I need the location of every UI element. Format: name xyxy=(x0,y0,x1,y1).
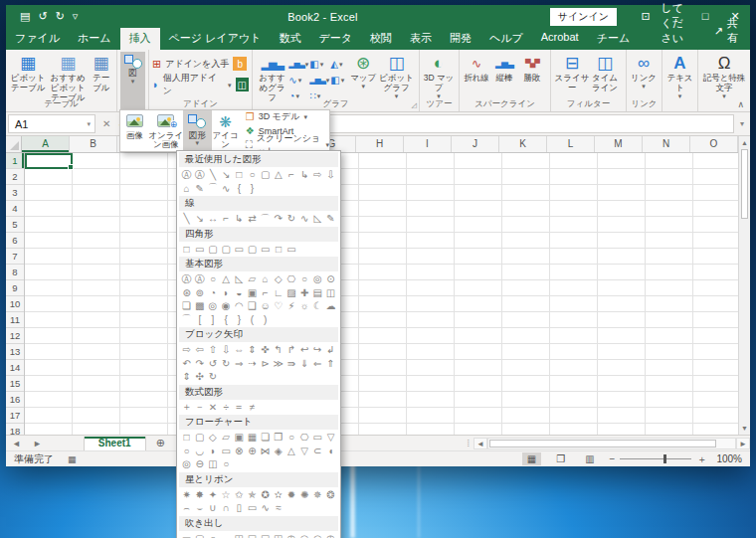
ribbon-tab-データ[interactable]: データ xyxy=(309,28,361,50)
shape-item[interactable]: ◺ xyxy=(233,272,246,286)
3d-models-button[interactable]: ❒ 3D モデル ▾ xyxy=(246,111,329,123)
charts-dialog-launcher-icon[interactable]: ◿ xyxy=(412,101,417,109)
ribbon-tab-チーム[interactable]: チーム xyxy=(588,28,640,50)
shape-item[interactable]: ✫ xyxy=(272,488,284,502)
combo-chart-button[interactable]: ◧▾ xyxy=(330,72,349,88)
row-header-16[interactable]: 16 xyxy=(6,392,24,408)
page-break-view-icon[interactable]: ▥ xyxy=(580,452,599,465)
shape-item[interactable]: ∿ xyxy=(298,212,311,226)
shape-item[interactable]: ▭ xyxy=(246,501,259,515)
shape-item[interactable]: ] xyxy=(206,313,219,327)
shape-item[interactable]: ○ xyxy=(246,168,259,182)
shape-item[interactable]: ≈ xyxy=(272,501,284,515)
row-header-12[interactable]: 12 xyxy=(6,328,24,344)
shape-item[interactable]: ☁ xyxy=(324,299,337,313)
shape-item[interactable]: ↶ xyxy=(180,357,193,371)
column-chart-button[interactable]: ▂▅▃▾ xyxy=(288,56,307,72)
row-header-17[interactable]: 17 xyxy=(6,408,24,424)
vertical-scrollbar[interactable]: ▲ ▼ xyxy=(738,136,750,435)
sheet-tab-sheet1[interactable]: Sheet1 xyxy=(84,437,146,450)
ribbon-tab-Acrobat[interactable]: Acrobat xyxy=(532,28,588,50)
shape-item[interactable]: ↱ xyxy=(284,343,297,357)
sparkline-line-button[interactable]: ∿ 折れ線 xyxy=(463,52,490,97)
shape-item[interactable]: ↻ xyxy=(284,212,297,226)
shape-item[interactable]: ◉ xyxy=(220,299,233,313)
shape-item[interactable]: － xyxy=(193,401,206,415)
shape-item[interactable]: ◫ xyxy=(206,457,219,471)
shape-item[interactable]: ↷ xyxy=(272,212,284,226)
shape-item[interactable]: ▤ xyxy=(311,286,324,300)
row-header-1[interactable]: 1 xyxy=(6,153,24,169)
shape-item[interactable]: ▨ xyxy=(284,286,297,300)
shape-item[interactable]: ↺ xyxy=(206,357,219,371)
new-sheet-icon[interactable]: ⊕ xyxy=(146,437,175,449)
line-chart-button[interactable]: ∿▾ xyxy=(288,72,307,88)
page-layout-view-icon[interactable]: ❐ xyxy=(551,452,570,465)
shape-item[interactable]: ▢ xyxy=(193,431,206,445)
ribbon-tab-開発[interactable]: 開発 xyxy=(441,28,480,50)
shape-item[interactable]: ⊖ xyxy=(193,457,206,471)
shape-item[interactable]: ❏ xyxy=(180,299,193,313)
active-cell-a1[interactable] xyxy=(25,153,73,169)
shape-item[interactable]: ( xyxy=(246,313,259,327)
shape-item[interactable]: ⊙ xyxy=(324,272,337,286)
get-addins-button[interactable]: ⊞ アドインを入手 b xyxy=(152,55,247,73)
shape-item[interactable]: □ xyxy=(180,431,193,445)
expand-formula-bar-icon[interactable]: ▾ xyxy=(734,112,750,135)
shape-item[interactable]: ◰ xyxy=(233,532,246,538)
save-icon[interactable]: ▤ xyxy=(20,10,30,23)
column-header-M[interactable]: M xyxy=(595,136,643,152)
shape-item[interactable]: ⇨ xyxy=(180,343,193,357)
sheet-nav-right-icon[interactable]: ► xyxy=(27,439,48,448)
shape-item[interactable]: ⌂ xyxy=(259,272,272,286)
scroll-down-icon[interactable]: ▼ xyxy=(739,422,750,435)
column-header-H[interactable]: H xyxy=(356,136,404,152)
recommended-pivottables-button[interactable]: ▦ おすすめピボットテーブル xyxy=(47,52,89,97)
shape-item[interactable]: ✚ xyxy=(298,286,311,300)
shape-item[interactable]: ▦ xyxy=(246,431,259,445)
collapse-ribbon-icon[interactable]: ∧ xyxy=(737,99,744,109)
slicer-button[interactable]: ⊟ スライサー xyxy=(554,52,590,97)
shape-item[interactable]: [ xyxy=(193,313,206,327)
ribbon-tab-ヘルプ[interactable]: ヘルプ xyxy=(480,28,532,50)
row-header-7[interactable]: 7 xyxy=(6,249,24,265)
icons-button[interactable]: ❋ アイコン xyxy=(212,110,240,151)
shape-item[interactable]: ⌐ xyxy=(284,168,297,182)
shape-item[interactable]: ▢ xyxy=(193,532,206,538)
shape-item[interactable]: ⊛ xyxy=(180,286,193,300)
shape-item[interactable]: ⚡ xyxy=(284,299,297,313)
shapes-button[interactable]: 図形 ▾ xyxy=(183,110,211,151)
shape-item[interactable]: ✸ xyxy=(193,488,206,502)
tell-me-box[interactable]: ♀ 実行したい作業を入力してください xyxy=(639,0,702,50)
shape-item[interactable]: ◔ xyxy=(206,286,219,300)
shape-item[interactable]: ↳ xyxy=(233,212,246,226)
shape-item[interactable]: ▽ xyxy=(298,445,311,458)
shape-item[interactable]: ◗ xyxy=(220,286,233,300)
shape-item[interactable]: ✪ xyxy=(259,488,272,502)
shape-item[interactable]: ⇔ xyxy=(233,343,246,357)
shape-item[interactable]: ⌒ xyxy=(180,313,193,327)
shape-item[interactable]: ▢ xyxy=(206,243,219,257)
shape-item[interactable]: ⌣ xyxy=(193,501,206,515)
shape-item[interactable]: ✹ xyxy=(284,488,297,502)
table-button[interactable]: ▦ テーブル xyxy=(89,52,113,97)
text-button[interactable]: A テキスト ▾ xyxy=(665,52,694,97)
column-header-K[interactable]: K xyxy=(499,136,547,152)
shape-item[interactable]: ✎ xyxy=(324,212,337,226)
shape-item[interactable]: { xyxy=(233,182,246,196)
shape-item[interactable]: ⇒ xyxy=(233,357,246,371)
shape-item[interactable]: ⌒ xyxy=(206,182,219,196)
shape-item[interactable]: ＝ xyxy=(233,401,246,415)
shape-item[interactable]: ⌒ xyxy=(259,212,272,226)
shape-item[interactable]: ◎ xyxy=(206,299,219,313)
shape-item[interactable]: ≫ xyxy=(272,357,284,371)
shape-item[interactable]: ○ xyxy=(220,457,233,471)
shape-item[interactable]: ◲ xyxy=(259,532,272,538)
shape-item[interactable]: ▭ xyxy=(233,243,246,257)
shape-item[interactable]: ⇧ xyxy=(206,343,219,357)
my-addins-button[interactable]: ◗ 個人用アドイン ▾ ◫ xyxy=(152,76,249,93)
shape-item[interactable]: ▭ xyxy=(259,243,272,257)
shape-item[interactable]: ☆ xyxy=(220,488,233,502)
shape-item[interactable]: ❂ xyxy=(324,488,337,502)
online-pictures-button[interactable]: ⊕ オンライン画像 xyxy=(148,110,183,151)
